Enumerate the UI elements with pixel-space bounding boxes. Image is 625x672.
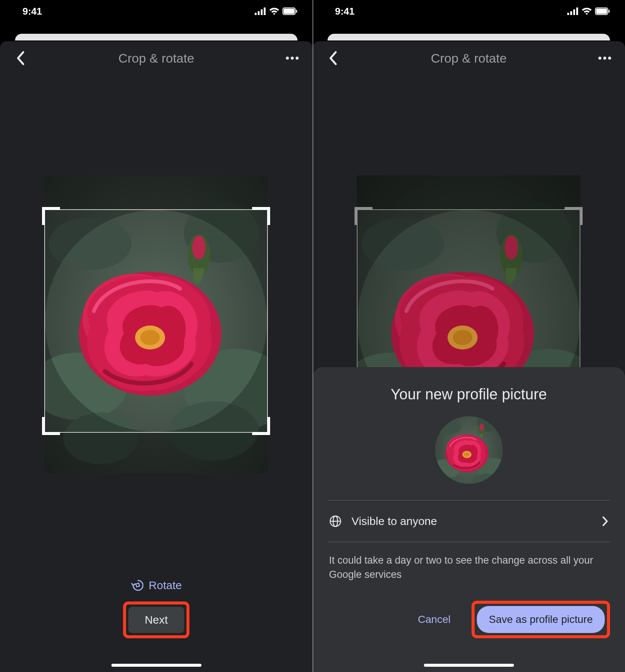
- svg-rect-15: [255, 13, 257, 15]
- status-icons: [567, 8, 610, 15]
- svg-point-32: [598, 57, 601, 60]
- svg-rect-25: [567, 13, 569, 15]
- app-surface: Crop & rotate Your new profile picture: [312, 41, 625, 672]
- svg-point-34: [608, 57, 611, 60]
- battery-icon: [282, 8, 297, 15]
- cellular-icon: [255, 8, 266, 15]
- more-horizontal-icon: [285, 56, 299, 60]
- highlight-next: Next: [123, 602, 190, 638]
- phone-screen-left: 9:41 Crop & rotate: [0, 0, 312, 672]
- rotate-button[interactable]: Rotate: [122, 574, 191, 597]
- app-surface: Crop & rotate: [0, 41, 312, 672]
- more-button[interactable]: [283, 49, 301, 67]
- save-button[interactable]: Save as profile picture: [477, 606, 605, 633]
- svg-rect-28: [576, 8, 578, 15]
- svg-point-24: [296, 57, 299, 60]
- chevron-right-icon: [602, 516, 608, 527]
- battery-icon: [595, 8, 610, 15]
- confirm-sheet: Your new profile picture Visible to anyo…: [312, 367, 625, 672]
- page-title: Crop & rotate: [431, 51, 506, 66]
- save-label: Save as profile picture: [489, 614, 593, 625]
- app-header: Crop & rotate: [312, 41, 625, 75]
- svg-rect-21: [296, 10, 297, 13]
- cellular-icon: [567, 8, 578, 15]
- screenshot-divider: [312, 0, 313, 672]
- chevron-left-icon: [16, 51, 25, 66]
- wifi-icon: [269, 8, 279, 15]
- cancel-button[interactable]: Cancel: [408, 607, 460, 632]
- status-bar: 9:41: [312, 0, 625, 22]
- back-button[interactable]: [11, 49, 29, 67]
- page-title: Crop & rotate: [118, 51, 194, 66]
- next-label: Next: [145, 614, 168, 626]
- visibility-label: Visible to anyone: [352, 515, 592, 528]
- sheet-actions: Cancel Save as profile picture: [328, 601, 610, 638]
- status-icons: [255, 8, 297, 15]
- home-indicator[interactable]: [424, 664, 514, 667]
- avatar-preview: [435, 416, 503, 484]
- sheet-peek: [15, 34, 297, 40]
- svg-rect-30: [596, 9, 607, 14]
- svg-rect-27: [573, 9, 575, 15]
- status-bar: 9:41: [0, 0, 312, 22]
- highlight-save: Save as profile picture: [472, 601, 610, 638]
- divider: [328, 542, 610, 542]
- sheet-note: It could take a day or two to see the ch…: [329, 554, 608, 582]
- svg-rect-17: [261, 9, 263, 15]
- phone-screen-right: 9:41 Crop & rotate: [312, 0, 625, 672]
- svg-rect-18: [264, 8, 266, 15]
- rotate-icon: [131, 579, 143, 592]
- svg-point-22: [286, 57, 289, 60]
- cancel-label: Cancel: [418, 614, 451, 625]
- photo-canvas[interactable]: [44, 176, 268, 473]
- sheet-peek: [328, 34, 610, 40]
- svg-rect-16: [258, 11, 260, 15]
- visibility-row[interactable]: Visible to anyone: [328, 501, 610, 542]
- app-header: Crop & rotate: [0, 41, 312, 75]
- chevron-left-icon: [328, 51, 337, 66]
- svg-point-23: [291, 57, 294, 60]
- status-time: 9:41: [23, 6, 42, 17]
- svg-rect-26: [570, 11, 572, 15]
- more-button[interactable]: [596, 49, 614, 67]
- svg-point-33: [603, 57, 606, 60]
- rotate-label: Rotate: [149, 579, 182, 592]
- sheet-title: Your new profile picture: [328, 386, 610, 403]
- status-time: 9:41: [335, 6, 355, 17]
- back-button[interactable]: [324, 49, 342, 67]
- next-button[interactable]: Next: [128, 607, 185, 633]
- svg-rect-20: [284, 9, 294, 14]
- photo-image: [44, 176, 268, 473]
- wifi-icon: [581, 8, 592, 15]
- home-indicator[interactable]: [111, 664, 201, 667]
- more-horizontal-icon: [598, 56, 611, 60]
- globe-icon: [329, 515, 342, 528]
- svg-rect-31: [608, 10, 610, 13]
